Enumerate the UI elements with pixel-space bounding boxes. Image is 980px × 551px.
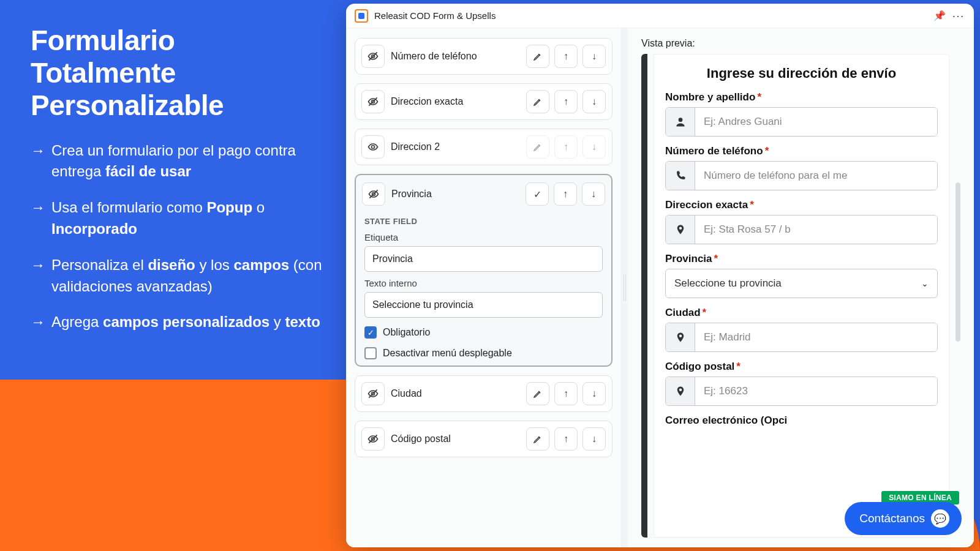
field-row-address2: Direccion 2 ↑ ↓ bbox=[355, 129, 612, 165]
more-icon[interactable]: ⋯ bbox=[952, 9, 965, 23]
move-down-button[interactable]: ↓ bbox=[582, 182, 605, 206]
edit-button[interactable] bbox=[526, 45, 549, 68]
contact-chat-button[interactable]: Contáctanos 💬 bbox=[845, 502, 962, 535]
address-label: Direccion exacta* bbox=[665, 199, 938, 211]
field-row-phone: Número de teléfono ↑ ↓ bbox=[355, 38, 612, 75]
move-up-button[interactable]: ↑ bbox=[554, 90, 578, 113]
location-icon bbox=[666, 377, 695, 405]
province-selected: Seleccione tu provincia bbox=[674, 277, 782, 290]
visibility-toggle[interactable] bbox=[361, 45, 385, 68]
hero-title: Formulario Totalmente Personalizable bbox=[31, 24, 325, 122]
move-up-button[interactable]: ↑ bbox=[554, 45, 578, 68]
move-down-button[interactable]: ↓ bbox=[582, 382, 606, 405]
pin-icon[interactable]: 📌 bbox=[933, 10, 946, 21]
arrow-icon: → bbox=[31, 140, 45, 183]
visibility-toggle[interactable] bbox=[361, 135, 385, 159]
app-body: Número de teléfono ↑ ↓ Direccion exacta … bbox=[346, 28, 974, 547]
move-down-button[interactable]: ↓ bbox=[582, 90, 606, 113]
province-label: Provincia* bbox=[665, 253, 938, 265]
confirm-button[interactable]: ✓ bbox=[526, 182, 549, 206]
move-up-button[interactable]: ↑ bbox=[554, 382, 578, 405]
move-down-button[interactable]: ↓ bbox=[582, 45, 606, 68]
preview-form: Ingrese su dirección de envío Nombre y a… bbox=[654, 54, 949, 538]
checkbox-checked-icon[interactable]: ✓ bbox=[364, 326, 377, 339]
obligatorio-checkbox-row[interactable]: ✓ Obligatorio bbox=[364, 326, 603, 339]
phone-input[interactable] bbox=[695, 162, 937, 190]
edit-button[interactable] bbox=[526, 427, 549, 451]
texto-interno-input[interactable] bbox=[364, 292, 603, 318]
address-input[interactable] bbox=[695, 216, 937, 244]
etiqueta-input[interactable] bbox=[364, 246, 603, 272]
move-up-button: ↑ bbox=[554, 135, 578, 159]
section-title: STATE FIELD bbox=[364, 217, 603, 226]
edit-button bbox=[526, 135, 549, 159]
drag-handle-icon[interactable] bbox=[624, 274, 626, 301]
field-row-province-expanded: Provincia ✓ ↑ ↓ STATE FIELD Etiqueta Tex… bbox=[355, 174, 612, 367]
postal-input[interactable] bbox=[695, 377, 937, 405]
app-logo-icon bbox=[355, 9, 368, 23]
edit-button[interactable] bbox=[526, 90, 549, 113]
svg-point-11 bbox=[678, 118, 682, 122]
desactivar-label: Desactivar menú desplegable bbox=[383, 348, 512, 359]
field-label: Número de teléfono bbox=[391, 51, 520, 62]
phone-label: Número de teléfono* bbox=[665, 145, 938, 157]
person-icon bbox=[666, 108, 695, 136]
location-icon bbox=[666, 323, 695, 351]
texto-interno-label: Texto interno bbox=[364, 278, 603, 288]
visibility-toggle[interactable] bbox=[361, 427, 385, 451]
scrollbar-thumb[interactable] bbox=[956, 182, 960, 342]
preview-heading: Vista previa: bbox=[641, 38, 962, 49]
move-up-button[interactable]: ↑ bbox=[554, 427, 578, 451]
app-window: Releasit COD Form & Upsells 📌 ⋯ Número d… bbox=[346, 4, 974, 547]
column-divider[interactable] bbox=[622, 28, 628, 547]
desactivar-checkbox-row[interactable]: Desactivar menú desplegable bbox=[364, 347, 603, 359]
arrow-icon: → bbox=[31, 255, 45, 298]
arrow-icon: → bbox=[31, 197, 45, 240]
email-label: Correo electrónico (Opci bbox=[665, 414, 938, 427]
obligatorio-label: Obligatorio bbox=[383, 327, 430, 338]
hero-bullet-3: → Personaliza el diseño y los campos (co… bbox=[31, 255, 325, 298]
hero-copy: Formulario Totalmente Personalizable → C… bbox=[31, 24, 325, 348]
field-label: Direccion 2 bbox=[391, 141, 520, 152]
phone-icon bbox=[666, 162, 695, 190]
hero-bullet-2: → Usa el formulario como Popup o Incorpo… bbox=[31, 197, 325, 240]
hero-bullet-1: → Crea un formulario por el pago contra … bbox=[31, 140, 325, 183]
field-label: Ciudad bbox=[391, 388, 520, 399]
name-label: Nombre y apellido* bbox=[665, 91, 938, 103]
name-input[interactable] bbox=[695, 108, 937, 136]
app-title: Releasit COD Form & Upsells bbox=[374, 10, 496, 21]
chat-bubble-icon: 💬 bbox=[931, 509, 949, 528]
visibility-toggle[interactable] bbox=[362, 182, 385, 206]
province-select[interactable]: Seleccione tu provincia ⌄ bbox=[665, 269, 938, 298]
move-up-button[interactable]: ↑ bbox=[554, 182, 577, 206]
field-row-city: Ciudad ↑ ↓ bbox=[355, 375, 612, 412]
phone-frame-edge bbox=[641, 54, 647, 538]
preview-column: Vista previa: Ingrese su dirección de en… bbox=[628, 28, 974, 547]
arrow-icon: → bbox=[31, 312, 45, 333]
city-label: Ciudad* bbox=[665, 307, 938, 319]
postal-label: Código postal* bbox=[665, 361, 938, 373]
visibility-toggle[interactable] bbox=[361, 382, 385, 405]
visibility-toggle[interactable] bbox=[361, 90, 385, 113]
edit-button[interactable] bbox=[526, 382, 549, 405]
hero-bullet-4: → Agrega campos personalizados y texto bbox=[31, 312, 325, 333]
builder-column: Número de teléfono ↑ ↓ Direccion exacta … bbox=[346, 28, 622, 547]
field-label: Provincia bbox=[391, 189, 519, 200]
svg-point-4 bbox=[372, 146, 375, 149]
chevron-down-icon: ⌄ bbox=[921, 279, 929, 288]
titlebar: Releasit COD Form & Upsells 📌 ⋯ bbox=[346, 4, 974, 28]
checkbox-unchecked-icon[interactable] bbox=[364, 347, 377, 359]
location-icon bbox=[666, 216, 695, 244]
field-label: Direccion exacta bbox=[391, 96, 520, 107]
city-input[interactable] bbox=[695, 323, 937, 351]
field-row-address: Direccion exacta ↑ ↓ bbox=[355, 83, 612, 120]
field-label: Código postal bbox=[391, 433, 520, 444]
etiqueta-label: Etiqueta bbox=[364, 232, 603, 242]
chat-label: Contáctanos bbox=[859, 512, 925, 525]
field-row-postal: Código postal ↑ ↓ bbox=[355, 421, 612, 457]
scrollbar[interactable] bbox=[956, 54, 962, 538]
form-title: Ingrese su dirección de envío bbox=[665, 66, 938, 81]
move-down-button: ↓ bbox=[582, 135, 606, 159]
move-down-button[interactable]: ↓ bbox=[582, 427, 606, 451]
